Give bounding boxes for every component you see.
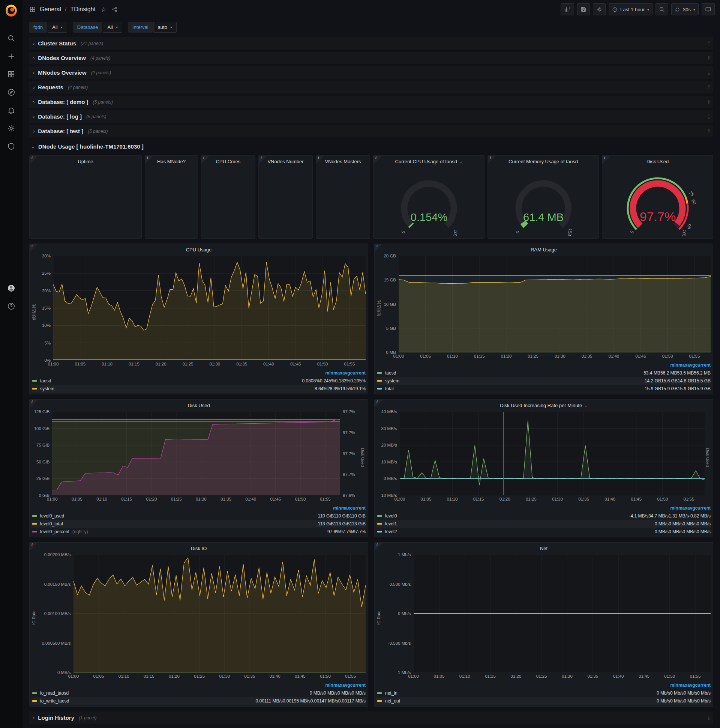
row-database-test-[interactable]: ›Database: [ test ](5 panels)⣿ <box>29 125 713 137</box>
server-admin-shield-icon[interactable] <box>4 139 19 154</box>
legend-series-toggle[interactable]: level0_percent(right-y) <box>32 529 327 534</box>
row-drag-handle[interactable]: ⣿ <box>708 715 711 720</box>
legend-column-header[interactable]: min <box>671 505 678 511</box>
legend-column-header[interactable]: max <box>341 505 350 511</box>
search-icon[interactable] <box>4 31 19 46</box>
legend-column-header[interactable]: current <box>695 505 711 511</box>
row-drag-handle[interactable]: ⣿ <box>708 99 711 104</box>
share-icon[interactable] <box>112 6 118 12</box>
legend-column-header[interactable]: max <box>678 505 687 511</box>
plot-area[interactable] <box>400 411 705 496</box>
panel-header[interactable]: Current CPU Usage of taosd⌄ <box>374 156 484 167</box>
panel-header[interactable]: Uptime <box>30 156 141 167</box>
row-dnode-usage[interactable]: ⌄ DNode Usage [ huolinhe-TM1701:6030 ] <box>29 139 713 153</box>
legend-column-header[interactable]: max <box>678 362 687 368</box>
panel-info-corner[interactable] <box>201 156 210 164</box>
legend-column-header[interactable]: max <box>333 682 342 688</box>
legend-column-header[interactable]: min <box>325 682 333 688</box>
breadcrumb-dashboard-title[interactable]: TDinsight <box>70 6 96 13</box>
row-drag-handle[interactable]: ⣿ <box>708 55 711 60</box>
row-drag-handle[interactable]: ⣿ <box>708 85 711 90</box>
legend-column-header[interactable]: current <box>695 362 711 368</box>
legend-column-header[interactable]: current <box>350 505 366 511</box>
panel-info-corner[interactable] <box>488 156 496 164</box>
panel-header[interactable]: Disk Used <box>602 156 713 167</box>
legend-column-header[interactable]: current <box>350 370 366 376</box>
panel-info-corner[interactable] <box>316 156 324 164</box>
save-dashboard-button[interactable] <box>577 3 590 15</box>
plot-area[interactable] <box>413 555 711 673</box>
panel-header[interactable]: Current Memory Usage of taosd <box>488 156 598 167</box>
panel-header[interactable]: Disk Used <box>30 400 368 411</box>
panel-info-corner[interactable] <box>375 400 383 408</box>
plot-area[interactable] <box>73 555 366 673</box>
row-requests[interactable]: ›Requests(4 panels)⣿ <box>29 81 713 93</box>
dashboard-settings-button[interactable] <box>593 3 606 15</box>
breadcrumb-section[interactable]: General <box>40 6 61 13</box>
legend-column-header[interactable]: max <box>678 682 687 688</box>
panel-header[interactable]: CPU Usage <box>30 244 368 255</box>
legend-series-toggle[interactable]: taosd <box>377 370 644 376</box>
legend-series-toggle[interactable]: system <box>32 386 315 392</box>
legend-series-toggle[interactable]: level0_total <box>32 521 318 526</box>
legend-column-header[interactable]: min <box>671 362 678 368</box>
legend-column-header[interactable]: current <box>695 682 711 688</box>
legend-column-header[interactable]: min <box>333 505 341 511</box>
plot-area[interactable] <box>52 411 340 496</box>
legend-column-header[interactable]: min <box>671 682 678 688</box>
plot-area[interactable] <box>53 256 366 360</box>
legend-column-header[interactable]: avg <box>687 682 695 688</box>
dashboards-icon[interactable] <box>4 67 19 82</box>
row-drag-handle[interactable]: ⣿ <box>708 70 711 75</box>
legend-column-header[interactable]: min <box>325 370 333 376</box>
row-drag-handle[interactable]: ⣿ <box>708 114 711 119</box>
cycle-view-mode-button[interactable] <box>702 3 715 15</box>
legend-series-toggle[interactable]: level2 <box>377 529 655 534</box>
panel-info-corner[interactable] <box>30 156 38 164</box>
zoom-out-time-button[interactable] <box>656 3 668 15</box>
panel-header[interactable]: Disk IO <box>30 543 368 554</box>
star-icon[interactable]: ☆ <box>101 6 107 14</box>
row-dnodes-overview[interactable]: ›DNodes Overview(4 panels)⣿ <box>29 52 713 64</box>
variable-value-dropdown[interactable]: auto▾ <box>153 22 177 33</box>
alerting-bell-icon[interactable] <box>4 103 19 118</box>
plot-area[interactable] <box>399 256 711 352</box>
legend-series-toggle[interactable]: net_out <box>377 698 657 704</box>
user-avatar-icon[interactable] <box>4 281 19 296</box>
grafana-logo[interactable] <box>3 3 19 19</box>
time-range-picker[interactable]: Last 1 hour ▾ <box>609 3 653 15</box>
panel-header[interactable]: Net <box>375 543 713 554</box>
panel-info-corner[interactable] <box>602 156 610 164</box>
row-drag-handle[interactable]: ⣿ <box>708 129 711 134</box>
row-database-demo-[interactable]: ›Database: [ demo ](5 panels)⣿ <box>29 96 713 108</box>
legend-series-toggle[interactable]: taosd <box>32 378 302 384</box>
legend-series-toggle[interactable]: io_write_taosd <box>32 698 255 704</box>
row-drag-handle[interactable]: ⣿ <box>708 41 711 46</box>
panel-info-corner[interactable] <box>374 156 382 164</box>
help-icon[interactable] <box>4 299 19 314</box>
panel-header[interactable]: RAM Usage <box>375 244 713 255</box>
legend-column-header[interactable]: current <box>350 682 366 688</box>
panel-info-corner[interactable] <box>30 400 38 408</box>
legend-column-header[interactable]: max <box>333 370 342 376</box>
legend-series-toggle[interactable]: net_in <box>377 690 657 696</box>
panel-info-corner[interactable] <box>30 543 38 551</box>
panel-header[interactable]: Disk Used Increasing Rate per Minute⌄ <box>375 400 713 411</box>
variable-value-dropdown[interactable]: All▾ <box>103 22 122 33</box>
legend-series-toggle[interactable]: total <box>377 386 645 392</box>
row-database-log-[interactable]: ›Database: [ log ](5 panels)⣿ <box>29 110 713 123</box>
create-plus-icon[interactable] <box>4 49 19 64</box>
legend-series-toggle[interactable]: level1 <box>377 521 655 526</box>
row-login-history[interactable]: › Login History (1 panel) ⣿ <box>29 711 713 724</box>
legend-column-header[interactable]: avg <box>687 505 695 511</box>
legend-series-toggle[interactable]: level0_used <box>32 513 318 518</box>
variable-value-dropdown[interactable]: All▾ <box>47 22 67 33</box>
row-mnodes-overview[interactable]: ›MNodes Overview(2 panels)⣿ <box>29 66 713 79</box>
panel-info-corner[interactable] <box>259 156 267 164</box>
legend-column-header[interactable]: avg <box>342 370 350 376</box>
panel-info-corner[interactable] <box>375 244 383 252</box>
legend-series-toggle[interactable]: system <box>377 378 645 384</box>
legend-series-toggle[interactable]: level0 <box>377 513 629 518</box>
legend-series-toggle[interactable]: io_read_taosd <box>32 690 310 696</box>
legend-column-header[interactable]: avg <box>687 362 695 368</box>
